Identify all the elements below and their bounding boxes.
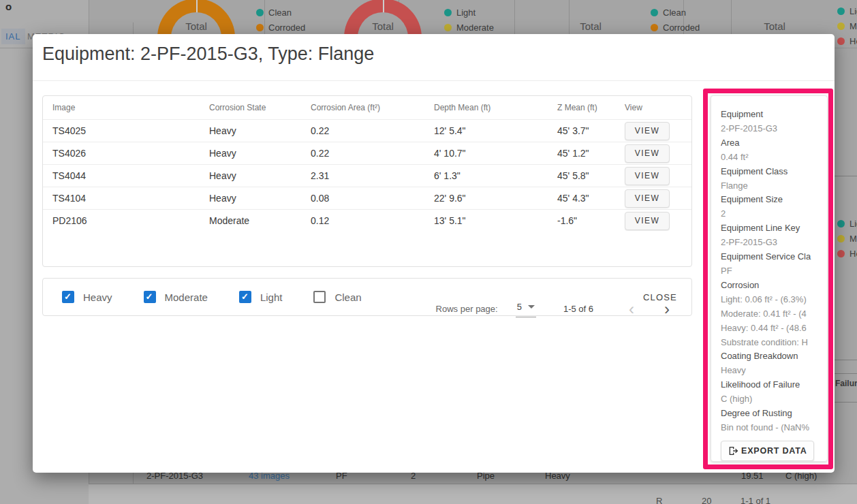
cell-z: 45' 4.3": [557, 193, 625, 204]
export-icon: [728, 445, 738, 456]
corroded-dot-icon: [256, 24, 264, 31]
detail-value: Substrate condition: H: [721, 336, 823, 350]
detail-value: Heavy: 0.44 ft² - (48.6: [721, 321, 823, 336]
dialog-title: Equipment: 2-PF-2015-G3, Type: Flange: [42, 44, 374, 65]
detail-value: Heavy: [721, 364, 823, 378]
view-button[interactable]: VIEW: [625, 167, 670, 185]
cell-area: 2.31: [311, 170, 434, 181]
bg-row-line: [835, 373, 857, 374]
cell-z: 45' 3.7": [557, 125, 625, 136]
checkbox-checked-icon[interactable]: [62, 291, 74, 303]
moderate-dot-icon: [837, 235, 845, 242]
heavy-dot-icon: [837, 250, 845, 257]
col-corrosion-state: Corrosion State: [209, 103, 311, 112]
detail-value: Light: 0.06 ft² - (6.3%): [721, 293, 823, 307]
cell-image: TS4104: [52, 193, 209, 204]
filter-light[interactable]: Light: [239, 291, 283, 303]
detail-value: Moderate: 0.41 ft² - (4: [721, 307, 823, 321]
detail-value: C (high): [721, 392, 823, 407]
cell-depth: 6' 1.3": [434, 170, 557, 181]
detail-label: Area: [721, 136, 823, 151]
filter-moderate[interactable]: Moderate: [144, 291, 208, 303]
cell-state: Heavy: [209, 125, 311, 136]
heavy-dot-icon: [837, 37, 845, 45]
cell-image: TS4025: [52, 125, 209, 136]
view-button[interactable]: VIEW: [625, 144, 670, 163]
table-row: TS4026 Heavy 0.22 4' 10.7" 45' 1.2" VIEW: [43, 142, 691, 164]
donut-total-label: Total: [176, 20, 217, 32]
donut-total-label: Total: [362, 20, 403, 32]
moderate-dot-icon: [837, 22, 845, 30]
legend-item: Light: [837, 7, 857, 16]
table-header-row: Image Corrosion State Corrosion Area (ft…: [43, 96, 691, 119]
detail-value: Bin not found - (NaN%: [721, 421, 823, 435]
clean-dot-icon: [651, 9, 658, 16]
detail-label: Likelihood of Failure: [721, 378, 823, 392]
checkbox-unchecked-icon[interactable]: [313, 291, 326, 303]
legend-clean-corroded: Clean Corroded: [256, 8, 305, 32]
legend-item: Light: [444, 8, 494, 17]
detail-value: Flange: [721, 179, 823, 193]
col-depth-mean: Depth Mean (ft): [434, 103, 557, 112]
detail-label: Coating Breakdown: [721, 349, 823, 364]
detail-label: Equipment Class: [721, 165, 823, 179]
col-view: View: [625, 103, 691, 112]
legend-item: Light: [837, 219, 857, 228]
filter-clean[interactable]: Clean: [313, 291, 361, 303]
legend-clean-corroded-2: Clean Corroded: [651, 8, 700, 32]
cell-depth: 4' 10.7": [434, 148, 557, 159]
table-row: TS4044 Heavy 2.31 6' 1.3" 45' 5.8" VIEW: [43, 164, 691, 187]
cell-z: -1.6": [557, 215, 625, 226]
cell-depth: 12' 5.4": [434, 125, 557, 136]
donut-total-label: Total: [570, 20, 611, 32]
cell-state: Heavy: [209, 170, 311, 181]
close-button[interactable]: CLOSE: [640, 291, 680, 304]
light-dot-icon: [837, 7, 845, 15]
equipment-details-panel: Equipment 2-PF-2015-G3 Area 0.44 ft² Equ…: [711, 95, 828, 462]
bg-row-line: [835, 402, 857, 403]
detail-value: PF: [721, 264, 823, 279]
bg-row-line: [835, 176, 857, 176]
cell-state: Moderate: [209, 215, 311, 226]
legend-item: Moderate: [837, 234, 857, 243]
bg-row-line: [835, 360, 857, 360]
severity-filter-bar: Heavy Moderate Light Clean CLOSE: [42, 278, 692, 316]
view-button[interactable]: VIEW: [625, 212, 670, 230]
detail-label: Equipment Line Key: [721, 221, 823, 236]
cell-area: 0.22: [311, 148, 434, 159]
checkbox-checked-icon[interactable]: [144, 291, 156, 303]
cell-depth: 13' 5.1": [434, 215, 557, 226]
col-corrosion-area: Corrosion Area (ft²): [311, 103, 434, 112]
legend-item: Moderate: [444, 23, 494, 32]
moderate-dot-icon: [444, 24, 452, 31]
tab-ial[interactable]: IAL: [1, 29, 25, 44]
detail-value: 0.44 ft²: [721, 151, 823, 165]
legend-item: Clean: [651, 8, 700, 17]
filter-heavy[interactable]: Heavy: [62, 291, 112, 303]
cell-image: TS4044: [52, 170, 209, 181]
col-image: Image: [52, 103, 209, 112]
bg-table-header-failure: Failure: [835, 379, 857, 388]
view-button[interactable]: VIEW: [625, 122, 670, 140]
export-data-button[interactable]: EXPORT DATA: [721, 441, 814, 461]
cell-image: PD2106: [52, 215, 209, 226]
donut-total-label: Total: [754, 20, 795, 32]
checkbox-checked-icon[interactable]: [239, 291, 251, 303]
view-button[interactable]: VIEW: [625, 189, 670, 208]
cell-image: TS4026: [52, 148, 209, 159]
detail-label: Equipment: [721, 108, 823, 122]
legend-item: Heavy: [837, 37, 857, 46]
table-row: TS4025 Heavy 0.22 12' 5.4" 45' 3.7" VIEW: [43, 119, 691, 142]
col-z-mean: Z Mean (ft): [557, 103, 625, 112]
title-divider: [33, 80, 835, 81]
table-row: TS4104 Heavy 0.08 22' 9.6" 45' 4.3" VIEW: [43, 187, 691, 209]
cell-depth: 22' 9.6": [434, 193, 557, 204]
detail-label: Corrosion: [721, 279, 823, 293]
detail-label: Degree of Rusting: [721, 407, 823, 421]
corroded-dot-icon: [651, 24, 658, 31]
legend-item: Corroded: [256, 23, 305, 32]
detail-value: 2: [721, 207, 823, 221]
cell-state: Heavy: [209, 193, 311, 204]
light-dot-icon: [444, 9, 452, 16]
cell-z: 45' 5.8": [557, 170, 625, 181]
